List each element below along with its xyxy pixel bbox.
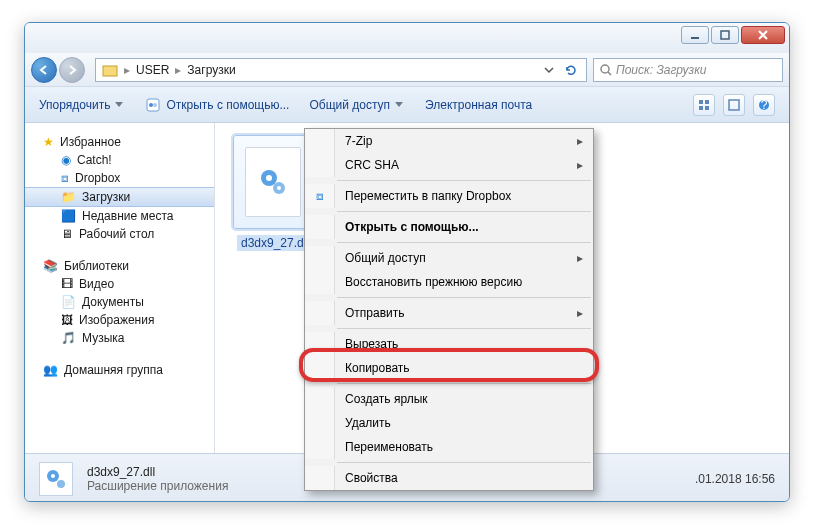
dropdown-icon[interactable] [540, 61, 558, 79]
sidebar-item-downloads[interactable]: 📁Загрузки [25, 187, 214, 207]
chevron-down-icon [115, 102, 123, 107]
back-button[interactable] [31, 57, 57, 83]
sidebar-item-video[interactable]: 🎞Видео [25, 275, 214, 293]
ctx-7zip[interactable]: 7-Zip▸ [305, 129, 593, 153]
sidebar-favorites[interactable]: ★Избранное [25, 133, 214, 151]
app-icon [145, 97, 161, 113]
ctx-open-with[interactable]: Открыть с помощью... [305, 215, 593, 239]
svg-point-20 [277, 186, 281, 190]
ctx-send-to[interactable]: Отправить▸ [305, 301, 593, 325]
documents-icon: 📄 [61, 295, 76, 309]
help-button[interactable]: ? [753, 94, 775, 116]
sidebar-item-music[interactable]: 🎵Музыка [25, 329, 214, 347]
sidebar-item-images[interactable]: 🖼Изображения [25, 311, 214, 329]
view-button[interactable] [693, 94, 715, 116]
search-icon [600, 64, 612, 76]
svg-rect-14 [729, 100, 739, 110]
svg-rect-12 [699, 106, 703, 110]
sidebar: ★Избранное ◉Catch! ⧈Dropbox 📁Загрузки 🟦Н… [25, 123, 215, 453]
ctx-create-shortcut[interactable]: Создать ярлык [305, 387, 593, 411]
open-with-button[interactable]: Открыть с помощью... [145, 97, 289, 113]
sidebar-homegroup[interactable]: 👥Домашняя группа [25, 361, 214, 379]
music-icon: 🎵 [61, 331, 76, 345]
chevron-right-icon: ▸ [175, 63, 181, 77]
svg-point-18 [266, 175, 272, 181]
organize-button[interactable]: Упорядочить [39, 98, 125, 112]
folder-icon [102, 62, 118, 78]
breadcrumb[interactable]: ▸ USER ▸ Загрузки [95, 58, 587, 82]
ctx-share[interactable]: Общий доступ▸ [305, 246, 593, 270]
nav-bar: ▸ USER ▸ Загрузки Поиск: Загрузки [25, 53, 789, 87]
svg-point-22 [51, 474, 55, 478]
images-icon: 🖼 [61, 313, 73, 327]
file-name: d3dx9_27.dll [237, 235, 313, 251]
status-thumbnail [39, 462, 73, 496]
context-menu: 7-Zip▸ CRC SHA▸ ⧈Переместить в папку Dro… [304, 128, 594, 491]
preview-button[interactable] [723, 94, 745, 116]
homegroup-icon: 👥 [43, 363, 58, 377]
gears-icon [257, 166, 289, 198]
ctx-restore[interactable]: Восстановить прежнюю версию [305, 270, 593, 294]
forward-button[interactable] [59, 57, 85, 83]
svg-point-8 [149, 103, 153, 107]
video-icon: 🎞 [61, 277, 73, 291]
sidebar-item-desktop[interactable]: 🖥Рабочий стол [25, 225, 214, 243]
recent-icon: 🟦 [61, 209, 76, 223]
ctx-properties[interactable]: Свойства [305, 466, 593, 490]
svg-text:?: ? [761, 99, 768, 111]
file-thumbnail [233, 135, 313, 229]
svg-rect-4 [103, 66, 117, 76]
email-button[interactable]: Электронная почта [425, 98, 532, 112]
sidebar-item-documents[interactable]: 📄Документы [25, 293, 214, 311]
search-input[interactable]: Поиск: Загрузки [593, 58, 783, 82]
breadcrumb-folder[interactable]: Загрузки [187, 63, 235, 77]
folder-icon: 📁 [61, 190, 76, 204]
svg-rect-11 [705, 100, 709, 104]
ctx-crc-sha[interactable]: CRC SHA▸ [305, 153, 593, 177]
close-button[interactable] [741, 26, 785, 44]
catch-icon: ◉ [61, 153, 71, 167]
status-filename: d3dx9_27.dll [87, 465, 228, 479]
libraries-icon: 📚 [43, 259, 58, 273]
maximize-button[interactable] [711, 26, 739, 44]
breadcrumb-user[interactable]: USER [136, 63, 169, 77]
status-filetype: Расширение приложения [87, 479, 228, 493]
svg-point-5 [601, 65, 609, 73]
ctx-rename[interactable]: Переименовать [305, 435, 593, 459]
refresh-icon[interactable] [562, 61, 580, 79]
chevron-down-icon [395, 102, 403, 107]
svg-line-6 [608, 72, 611, 75]
sidebar-item-recent[interactable]: 🟦Недавние места [25, 207, 214, 225]
dropbox-icon: ⧈ [316, 189, 324, 203]
ctx-move-dropbox[interactable]: ⧈Переместить в папку Dropbox [305, 184, 593, 208]
ctx-delete[interactable]: Удалить [305, 411, 593, 435]
toolbar: Упорядочить Открыть с помощью... Общий д… [25, 87, 789, 123]
svg-point-9 [153, 103, 157, 107]
minimize-button[interactable] [681, 26, 709, 44]
share-button[interactable]: Общий доступ [309, 98, 405, 112]
star-icon: ★ [43, 135, 54, 149]
desktop-icon: 🖥 [61, 227, 73, 241]
copy-highlight [299, 348, 599, 382]
search-placeholder: Поиск: Загрузки [616, 63, 707, 77]
svg-point-23 [57, 480, 65, 488]
sidebar-item-catch[interactable]: ◉Catch! [25, 151, 214, 169]
sidebar-libraries[interactable]: 📚Библиотеки [25, 257, 214, 275]
dropbox-icon: ⧈ [61, 171, 69, 185]
titlebar [25, 23, 789, 53]
svg-rect-13 [705, 106, 709, 110]
sidebar-item-dropbox[interactable]: ⧈Dropbox [25, 169, 214, 187]
chevron-right-icon: ▸ [124, 63, 130, 77]
status-date-value: .01.2018 16:56 [695, 472, 775, 486]
svg-rect-1 [721, 31, 729, 39]
svg-rect-10 [699, 100, 703, 104]
